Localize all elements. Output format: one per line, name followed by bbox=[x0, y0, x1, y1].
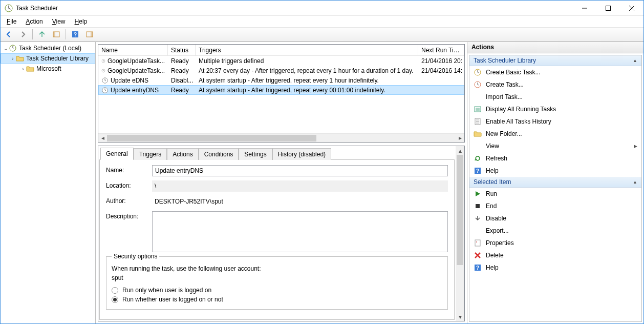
action-new-folder[interactable]: New Folder... bbox=[469, 128, 641, 140]
radio-icon bbox=[112, 296, 118, 303]
back-button[interactable] bbox=[3, 28, 15, 40]
expand-icon[interactable]: › bbox=[10, 56, 16, 62]
section-library[interactable]: Task Scheduler Library ▲ bbox=[469, 55, 641, 66]
scroll-up-icon[interactable]: ▴ bbox=[456, 146, 464, 155]
tab-content-general: Name: Update entryDNS Location: \ Author… bbox=[99, 159, 455, 320]
action-properties[interactable]: Properties bbox=[469, 237, 641, 249]
menu-action[interactable]: Action bbox=[22, 17, 47, 26]
maximize-button[interactable] bbox=[596, 1, 620, 15]
column-next-run[interactable]: Next Run Time bbox=[418, 45, 464, 55]
tab-strip: General Triggers Actions Conditions Sett… bbox=[99, 147, 455, 159]
expand-icon[interactable]: ⌄ bbox=[3, 46, 9, 51]
action-run[interactable]: Run bbox=[469, 188, 641, 200]
action-refresh[interactable]: Refresh bbox=[469, 152, 641, 165]
window-controls bbox=[573, 1, 643, 15]
action-import-task[interactable]: Import Task... bbox=[469, 91, 641, 103]
horizontal-scrollbar[interactable]: ◂ ▸ bbox=[98, 133, 464, 142]
action-display-running[interactable]: Display All Running Tasks bbox=[469, 103, 641, 115]
tree-microsoft[interactable]: › Microsoft bbox=[1, 64, 95, 74]
task-row[interactable]: Update entryDNS Ready At system startup … bbox=[98, 85, 464, 95]
tab-general[interactable]: General bbox=[100, 148, 134, 160]
action-view[interactable]: View▶ bbox=[469, 140, 641, 152]
list-body[interactable]: GoogleUpdateTask... Ready Multiple trigg… bbox=[98, 56, 464, 133]
collapse-icon[interactable]: ▲ bbox=[633, 58, 637, 63]
toolbar-separator bbox=[32, 29, 33, 39]
action-help-2[interactable]: ?Help bbox=[469, 261, 641, 274]
section-selected[interactable]: Selected Item ▲ bbox=[469, 177, 641, 188]
vertical-scrollbar[interactable]: ▴ ▾ bbox=[456, 146, 464, 321]
svg-text:?: ? bbox=[476, 265, 479, 271]
expand-icon[interactable]: › bbox=[20, 66, 26, 72]
action-disable[interactable]: Disable bbox=[469, 212, 641, 225]
tree-library[interactable]: › Task Scheduler Library bbox=[1, 53, 95, 64]
scroll-right-icon[interactable]: ▸ bbox=[456, 134, 464, 143]
show-hide-console-button[interactable] bbox=[50, 28, 62, 40]
show-hide-action-pane-button[interactable] bbox=[83, 28, 96, 40]
list-header: Name Status Triggers Next Run Time bbox=[98, 45, 464, 56]
svg-rect-7 bbox=[91, 32, 93, 37]
name-input[interactable]: Update entryDNS bbox=[152, 165, 448, 176]
minimize-button[interactable] bbox=[573, 1, 596, 15]
tree-root[interactable]: ⌄ Task Scheduler (Local) bbox=[1, 43, 95, 53]
svg-text:?: ? bbox=[74, 32, 77, 37]
svg-rect-1 bbox=[606, 6, 611, 10]
action-help[interactable]: ?Help bbox=[469, 165, 641, 177]
tab-settings[interactable]: Settings bbox=[239, 148, 272, 160]
action-create-basic-task[interactable]: Create Basic Task... bbox=[469, 66, 641, 78]
menubar: File Action View Help bbox=[1, 16, 643, 27]
menu-file[interactable]: File bbox=[3, 17, 20, 26]
action-export[interactable]: Export... bbox=[469, 225, 641, 237]
location-value: \ bbox=[152, 180, 448, 192]
submenu-icon: ▶ bbox=[634, 144, 637, 149]
tree-microsoft-label: Microsoft bbox=[36, 65, 61, 72]
radio-icon bbox=[112, 287, 118, 294]
forward-button[interactable] bbox=[17, 28, 29, 40]
action-create-task[interactable]: Create Task... bbox=[469, 78, 641, 91]
end-icon bbox=[474, 202, 482, 210]
close-button[interactable] bbox=[620, 1, 643, 15]
account-value: sput bbox=[112, 274, 442, 285]
help-button[interactable]: ? bbox=[69, 28, 81, 40]
scroll-thumb[interactable] bbox=[107, 135, 316, 141]
tab-actions[interactable]: Actions bbox=[167, 148, 198, 160]
security-hint: When running the task, use the following… bbox=[112, 265, 442, 272]
task-row[interactable]: GoogleUpdateTask... Ready At 20:37 every… bbox=[98, 66, 464, 75]
window: Task Scheduler File Action View Help ? bbox=[0, 0, 644, 324]
import-icon bbox=[474, 93, 482, 101]
menu-help[interactable]: Help bbox=[71, 17, 92, 26]
section-selected-items: Run End Disable Export... Properties Del… bbox=[469, 188, 641, 274]
column-name[interactable]: Name bbox=[98, 45, 168, 55]
description-input[interactable] bbox=[152, 211, 448, 252]
location-label: Location: bbox=[106, 180, 152, 189]
radio-logged-or-not[interactable]: Run whether user is logged on or not bbox=[112, 296, 442, 303]
scroll-down-icon[interactable]: ▾ bbox=[456, 312, 464, 321]
tab-history[interactable]: History (disabled) bbox=[272, 148, 331, 160]
column-triggers[interactable]: Triggers bbox=[196, 45, 418, 55]
security-options-fieldset: Security options When running the task, … bbox=[106, 256, 448, 310]
action-end[interactable]: End bbox=[469, 200, 641, 212]
window-title: Task Scheduler bbox=[16, 5, 573, 12]
scroll-left-icon[interactable]: ◂ bbox=[98, 134, 107, 143]
help-icon: ? bbox=[474, 167, 482, 175]
detail-area: General Triggers Actions Conditions Sett… bbox=[98, 146, 465, 321]
tab-triggers[interactable]: Triggers bbox=[134, 148, 167, 160]
menu-view[interactable]: View bbox=[48, 17, 70, 26]
up-button[interactable] bbox=[36, 28, 48, 40]
collapse-icon[interactable]: ▲ bbox=[633, 179, 637, 185]
toolbar: ? bbox=[1, 27, 643, 42]
action-delete[interactable]: Delete bbox=[469, 249, 641, 261]
enable-history-icon bbox=[474, 117, 482, 126]
tree-library-label: Task Scheduler Library bbox=[26, 55, 89, 62]
tab-conditions[interactable]: Conditions bbox=[199, 148, 239, 160]
scroll-thumb[interactable] bbox=[457, 155, 463, 265]
task-row[interactable]: GoogleUpdateTask... Ready Multiple trigg… bbox=[98, 56, 464, 66]
action-enable-history[interactable]: Enable All Tasks History bbox=[469, 115, 641, 128]
svg-text:?: ? bbox=[476, 168, 479, 174]
actions-header: Actions bbox=[467, 42, 643, 53]
radio-logged-on[interactable]: Run only when user is logged on bbox=[112, 287, 442, 294]
view-icon bbox=[474, 142, 482, 150]
column-status[interactable]: Status bbox=[168, 45, 196, 55]
tree-pane[interactable]: ⌄ Task Scheduler (Local) › Task Schedule… bbox=[1, 42, 96, 323]
run-icon bbox=[474, 190, 482, 198]
task-row[interactable]: Update eDNS Disabl... At system startup … bbox=[98, 75, 464, 85]
